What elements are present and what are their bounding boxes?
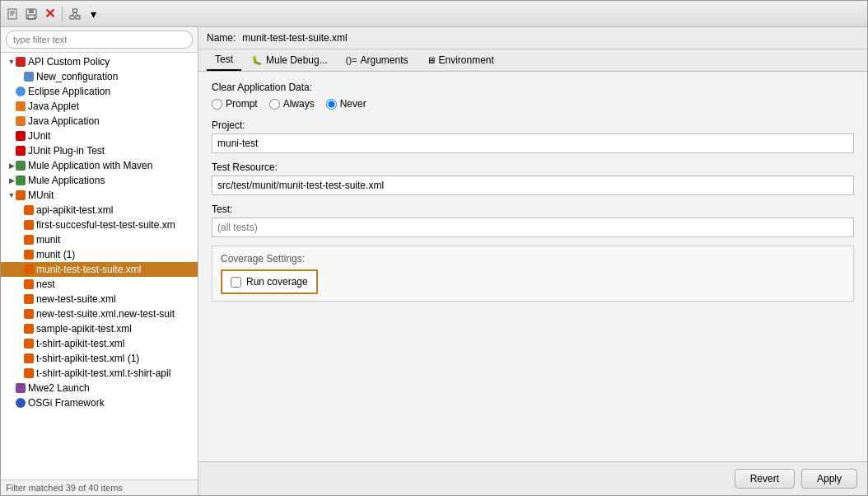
tree-item-osgi[interactable]: OSGi Framework bbox=[1, 395, 198, 410]
tree-item-label: first-succesful-test-test-suite.xm bbox=[36, 219, 175, 231]
munit-file-icon bbox=[24, 353, 34, 363]
tree-item-new-test-suite[interactable]: new-test-suite.xml bbox=[1, 292, 198, 306]
tree-item-label: munit-test-test-suite.xml bbox=[36, 264, 141, 275]
name-bar: Name: munit-test-test-suite.xml bbox=[198, 27, 867, 49]
tree-item-first-succesful[interactable]: first-succesful-test-test-suite.xm bbox=[1, 218, 198, 232]
left-panel: ▼ API Custom Policy New_configuration Ec… bbox=[1, 27, 198, 495]
delete-icon[interactable]: ✕ bbox=[42, 7, 57, 21]
tree-item-t-shirt-apikit-1[interactable]: t-shirt-apikit-test.xml (1) bbox=[1, 351, 198, 366]
tree-container: ▼ API Custom Policy New_configuration Ec… bbox=[1, 53, 198, 480]
tree-item-new-configuration[interactable]: New_configuration bbox=[1, 69, 198, 84]
tree-item-new-test-suite-new[interactable]: new-test-suite.xml.new-test-suit bbox=[1, 306, 198, 321]
test-input[interactable] bbox=[212, 218, 854, 237]
radio-prompt-input[interactable] bbox=[212, 99, 222, 110]
tab-environment-label: Environment bbox=[439, 54, 494, 66]
tree-item-label: api-apikit-test.xml bbox=[36, 204, 113, 216]
tree-item-munit-folder[interactable]: ▼ MUnit bbox=[1, 188, 198, 203]
test-resource-input[interactable] bbox=[212, 175, 854, 195]
tree-item-label: OSGi Framework bbox=[28, 397, 105, 409]
tree-item-munit-1[interactable]: munit (1) bbox=[1, 247, 198, 262]
tree-item-junit[interactable]: JUnit bbox=[1, 129, 198, 143]
filter-status: Filter matched 39 of 40 items bbox=[1, 480, 198, 495]
run-coverage-checkbox[interactable] bbox=[231, 277, 241, 288]
bottom-bar: Revert Apply bbox=[198, 461, 867, 495]
project-label: Project: bbox=[212, 119, 854, 131]
tree-item-label: Java Applet bbox=[28, 101, 79, 112]
tree-item-api-apikit[interactable]: api-apikit-test.xml bbox=[1, 203, 198, 218]
munit-folder-icon bbox=[16, 190, 26, 200]
munit-file-icon bbox=[24, 220, 34, 230]
expand-arrow: ▼ bbox=[7, 191, 16, 199]
radio-never-input[interactable] bbox=[326, 99, 337, 110]
coverage-label: Coverage Settings: bbox=[221, 253, 845, 264]
osgi-icon bbox=[16, 398, 26, 408]
tab-mule-debug[interactable]: 🐛 Mule Debug... bbox=[243, 50, 336, 70]
munit-file-icon bbox=[24, 368, 34, 378]
save-icon[interactable] bbox=[24, 7, 39, 21]
tree-item-t-shirt-apikit-t[interactable]: t-shirt-apikit-test.xml.t-shirt-apil bbox=[1, 366, 198, 381]
revert-button[interactable]: Revert bbox=[735, 469, 795, 489]
tab-test[interactable]: Test bbox=[207, 49, 241, 71]
new-icon[interactable] bbox=[6, 7, 21, 21]
tabs-bar: Test 🐛 Mule Debug... ()= Arguments 🖥 Env… bbox=[198, 49, 867, 72]
tree-item-mule-applications[interactable]: ▶ Mule Applications bbox=[1, 173, 198, 188]
tree-item-label: Mule Application with Maven bbox=[28, 160, 152, 171]
radio-prompt-label: Prompt bbox=[226, 98, 258, 110]
clear-app-data-label: Clear Application Data: bbox=[212, 82, 854, 93]
project-input[interactable] bbox=[212, 133, 854, 153]
tree-item-api-custom-policy[interactable]: ▼ API Custom Policy bbox=[1, 54, 198, 69]
munit-file-icon bbox=[24, 309, 34, 319]
junit-plugin-icon bbox=[16, 146, 26, 156]
tree-item-mwe2-launch[interactable]: Mwe2 Launch bbox=[1, 381, 198, 395]
form-area: Clear Application Data: Prompt Always bbox=[198, 72, 867, 461]
svg-rect-7 bbox=[70, 16, 74, 19]
radio-prompt[interactable]: Prompt bbox=[212, 98, 258, 110]
environment-icon: 🖥 bbox=[427, 55, 436, 65]
svg-rect-8 bbox=[76, 16, 80, 19]
radio-always[interactable]: Always bbox=[269, 98, 315, 110]
radio-always-input[interactable] bbox=[269, 99, 280, 110]
tree-item-label: JUnit Plug-in Test bbox=[28, 145, 105, 157]
tree-item-junit-plugin[interactable]: JUnit Plug-in Test bbox=[1, 143, 198, 158]
tab-test-label: Test bbox=[215, 54, 233, 65]
toolbar: ✕ ▾ bbox=[1, 1, 867, 27]
svg-line-10 bbox=[72, 12, 75, 16]
expand-arrow: ▶ bbox=[7, 161, 16, 170]
new-configuration-icon bbox=[24, 72, 34, 82]
mule-debug-icon: 🐛 bbox=[251, 55, 263, 66]
tree-item-java-applet[interactable]: Java Applet bbox=[1, 99, 198, 114]
tree-item-munit-item[interactable]: munit bbox=[1, 232, 198, 247]
tree-item-label: New_configuration bbox=[36, 71, 118, 82]
tree-item-label: new-test-suite.xml bbox=[36, 293, 116, 305]
tree-item-t-shirt-apikit[interactable]: t-shirt-apikit-test.xml bbox=[1, 336, 198, 351]
tree-item-label: Mwe2 Launch bbox=[28, 382, 90, 394]
junit-icon bbox=[16, 131, 26, 141]
tab-environment[interactable]: 🖥 Environment bbox=[418, 50, 502, 70]
tree-item-label: munit bbox=[36, 234, 60, 246]
test-resource-label: Test Resource: bbox=[212, 161, 854, 173]
munit-file-icon bbox=[24, 279, 34, 289]
tree-item-java-application[interactable]: Java Application bbox=[1, 114, 198, 129]
tree-item-sample-apikit[interactable]: sample-apikit-test.xml bbox=[1, 321, 198, 336]
filter-input[interactable] bbox=[6, 30, 193, 49]
tab-arguments[interactable]: ()= Arguments bbox=[338, 50, 417, 70]
test-resource-group: Test Resource: bbox=[212, 161, 854, 195]
name-label: Name: bbox=[207, 32, 236, 44]
tree-item-label: t-shirt-apikit-test.xml bbox=[36, 338, 124, 349]
radio-always-label: Always bbox=[283, 98, 315, 110]
tree-item-label: JUnit bbox=[28, 130, 50, 142]
api-custom-policy-icon bbox=[16, 57, 26, 67]
radio-never[interactable]: Never bbox=[326, 98, 366, 110]
mwe2-icon bbox=[16, 383, 26, 393]
apply-button[interactable]: Apply bbox=[801, 469, 857, 489]
right-panel: Name: munit-test-test-suite.xml Test 🐛 M… bbox=[198, 27, 867, 495]
tab-mule-debug-label: Mule Debug... bbox=[266, 54, 328, 66]
tree-item-munit-test-suite[interactable]: munit-test-test-suite.xml bbox=[1, 262, 198, 277]
tree-item-eclipse-application[interactable]: Eclipse Application bbox=[1, 84, 198, 99]
svg-rect-9 bbox=[73, 9, 77, 12]
tree-item-mule-app-maven[interactable]: ▶ Mule Application with Maven bbox=[1, 158, 198, 173]
dropdown-icon[interactable]: ▾ bbox=[86, 7, 100, 21]
tree-item-nest[interactable]: nest bbox=[1, 277, 198, 292]
tree-item-label: new-test-suite.xml.new-test-suit bbox=[36, 308, 175, 320]
export-icon[interactable] bbox=[68, 7, 82, 21]
